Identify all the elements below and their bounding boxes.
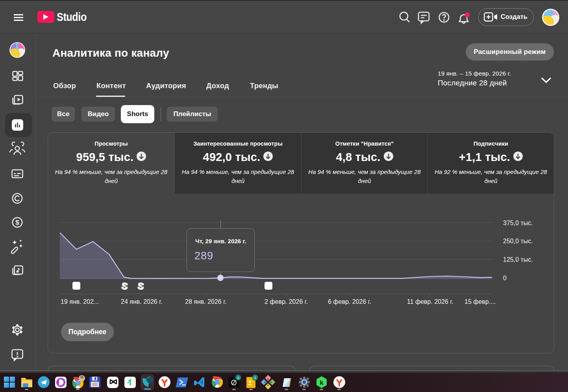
svg-text:k: k: [320, 379, 324, 386]
svg-text:$: $: [15, 219, 19, 226]
svg-text:a: a: [254, 375, 256, 380]
svg-text:a: a: [237, 375, 239, 380]
